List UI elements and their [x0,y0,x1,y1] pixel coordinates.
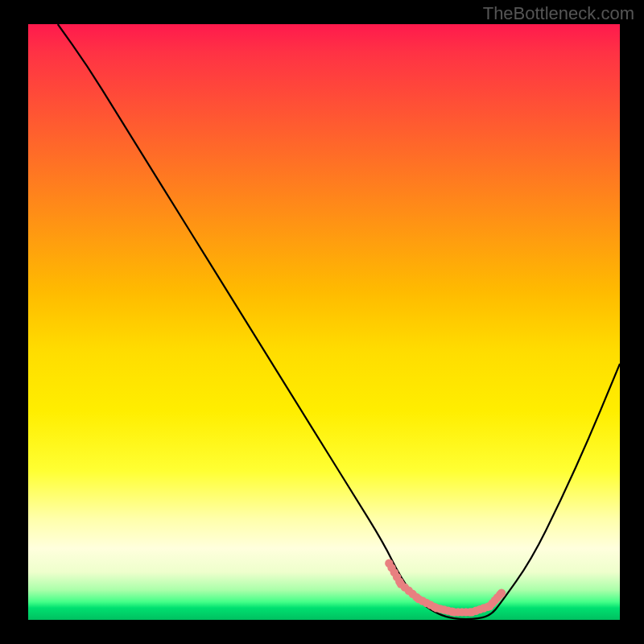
dot [436,605,444,613]
dot [476,605,484,613]
bottleneck-curve-line [58,24,620,619]
dot [440,605,448,613]
dot [390,568,398,576]
dot [497,589,506,597]
dot [415,595,423,603]
dotted-segment [385,559,506,617]
dot [488,599,496,607]
curve-svg [28,24,620,620]
chart-plot-area [28,24,620,620]
dot [430,603,438,611]
dot [458,608,466,616]
dot [426,601,434,609]
dot [423,599,431,607]
dot [397,580,405,588]
dot [405,587,413,595]
dot [395,577,403,585]
dot [419,597,427,605]
dot [480,604,488,612]
dot [454,608,462,616]
dot [465,608,473,616]
dot [401,583,409,591]
dot [412,593,420,601]
watermark-text: TheBottleneck.com [483,3,634,24]
dot [393,573,401,581]
dot [448,608,456,616]
dot [385,559,393,568]
dot [450,608,458,616]
dot [483,603,491,611]
dot [432,604,440,612]
bottom-border [28,620,620,644]
dot [408,590,416,598]
dot [485,602,493,610]
dot [491,597,499,605]
dot [493,593,502,601]
dot [468,608,476,616]
dot [496,590,504,598]
dot [462,608,470,616]
dot [387,564,395,572]
dot [444,606,452,614]
dot [472,607,480,615]
